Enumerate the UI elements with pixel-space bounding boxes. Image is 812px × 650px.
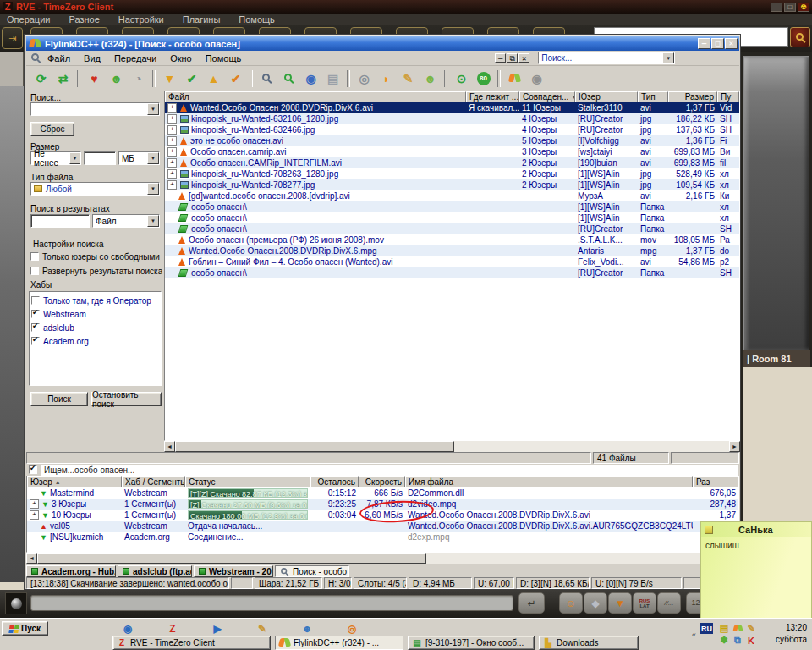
icq-tray-icon[interactable]: ✽ xyxy=(719,635,730,646)
result-row[interactable]: +это не особо опасен.avi5 Юзеры[I]Volfch… xyxy=(165,135,739,146)
search-button[interactable]: Поиск xyxy=(30,392,88,406)
waiting-users-icon[interactable]: ▲ xyxy=(206,70,222,86)
sticky-note-body[interactable]: слышиш xyxy=(701,537,811,554)
filetype-combobox[interactable]: Любой ▼ xyxy=(30,182,160,196)
favorite-users-icon[interactable]: ☻ xyxy=(108,70,124,86)
recent-hubs-icon[interactable]: ◔ xyxy=(130,70,146,86)
result-row[interactable]: +Особо опасен.camrip.avi3 Юзеры[ws]ctaiy… xyxy=(165,146,739,157)
reconnect-icon[interactable]: ⟳ xyxy=(33,70,49,86)
quick-search-combobox[interactable]: Поиск... ▼ xyxy=(538,52,675,64)
expand-icon[interactable]: + xyxy=(30,499,39,509)
search-option[interactable]: Развернуть результаты поиска xyxy=(30,264,162,278)
result-row[interactable]: особо опасен\[1][WS]AlinПапкахл xyxy=(165,212,739,223)
finished-downloads-icon[interactable]: ✔ xyxy=(184,70,200,86)
port-80-icon[interactable]: 80 xyxy=(475,70,491,86)
column-header[interactable]: Размер xyxy=(668,91,717,102)
taskbar-button[interactable]: FlylinkDC++ (r324) - ... xyxy=(275,636,403,650)
taskbar-button[interactable]: ▙Downloads xyxy=(539,636,639,650)
media-player-icon[interactable]: ▶ xyxy=(211,622,224,636)
chevron-down-icon[interactable]: ▼ xyxy=(147,215,159,227)
results-search-input[interactable] xyxy=(30,214,90,228)
taskbar-button[interactable]: ▤[9-310-197] - Окно сооб... xyxy=(408,636,535,650)
pencil-tray-icon[interactable]: ✎ xyxy=(746,623,757,634)
result-row[interactable]: Wanted.Особо Опасен.2008.DVDRip.DivX.6.m… xyxy=(165,245,739,256)
chat-input[interactable] xyxy=(30,595,513,611)
mdi-restore-button[interactable]: ⧉ xyxy=(507,53,518,63)
chevron-down-icon[interactable]: ▼ xyxy=(69,152,80,164)
notepad-icon[interactable]: ▤ xyxy=(325,70,341,86)
mdi-close-button[interactable]: ✕ xyxy=(518,53,529,63)
notes-tray-icon[interactable]: ▤ xyxy=(719,623,730,634)
expand-icon[interactable]: + xyxy=(167,169,177,179)
result-row[interactable]: +kinopoisk_ru-Wanted-708277.jpg2 Юзеры[1… xyxy=(165,179,739,190)
firefox-icon[interactable]: ◎ xyxy=(345,622,359,636)
flylinkdc-titlebar[interactable]: FlylinkDC++ (r324) - [Поиск - особо опас… xyxy=(26,36,739,51)
result-row[interactable]: +Особо опасен.CAMRip_INTERFILM.avi2 Юзер… xyxy=(165,157,739,168)
open-filelist-icon[interactable]: ◎ xyxy=(356,70,372,86)
antivirus-tray-icon[interactable]: K xyxy=(746,635,757,646)
search-spy-icon[interactable]: ◉ xyxy=(303,70,319,86)
result-row[interactable]: +kinopoisk_ru-Wanted-632106_1280.jpg4 Юз… xyxy=(165,113,739,124)
menu-item[interactable]: Операции xyxy=(7,14,50,25)
language-indicator[interactable]: RU xyxy=(700,623,713,634)
tab-hub[interactable]: Academ.org - Hub... xyxy=(26,565,116,577)
checkbox[interactable] xyxy=(31,323,40,332)
menu-item[interactable]: Помощь xyxy=(206,53,242,63)
chevron-down-icon[interactable]: ▼ xyxy=(147,103,159,115)
column-header[interactable]: Юзер xyxy=(575,91,638,102)
expand-icon[interactable]: + xyxy=(167,136,177,146)
smiley-button[interactable]: ☺ xyxy=(559,592,583,614)
hub-list-item[interactable]: Только там, где я Оператор xyxy=(31,294,161,307)
adl-search-icon[interactable] xyxy=(281,70,297,86)
menu-item[interactable]: Разное xyxy=(69,14,99,25)
result-row[interactable]: +kinopoisk_ru-Wanted-632466.jpg4 Юзеры[R… xyxy=(165,124,739,135)
hub-list-item[interactable]: Academ.org xyxy=(31,334,161,348)
result-row[interactable]: Гоблин – Синий Фил – 4. Особо опасен (Wa… xyxy=(165,256,739,267)
mdi-minimize-button[interactable]: – xyxy=(495,53,506,63)
sound-icon[interactable]: ◉ xyxy=(529,70,545,86)
taskbar-button[interactable]: ZRVE - TimeZero Client xyxy=(112,636,271,650)
column-header[interactable]: Имя файла xyxy=(405,476,693,488)
browser-icon[interactable]: ◉ xyxy=(121,622,134,636)
transfer-row[interactable]: ▲val05WebstreamОтдача началась...Wanted.… xyxy=(27,521,738,532)
menu-item[interactable]: Настройки xyxy=(118,14,164,25)
result-row[interactable]: +kinopoisk_ru-Wanted-708263_1280.jpg2 Юз… xyxy=(165,168,739,179)
finished-uploads-icon[interactable]: ✔ xyxy=(228,70,244,86)
column-header[interactable]: Тип xyxy=(638,91,668,102)
expand-icon[interactable]: + xyxy=(167,147,177,157)
menu-item[interactable]: Окно xyxy=(170,53,192,63)
notes-icon[interactable]: ✎ xyxy=(400,70,416,86)
scrollbar-thumb[interactable] xyxy=(37,553,426,564)
clear-chat-button[interactable]: ◆ xyxy=(584,592,607,614)
toolbar-button[interactable]: ⇥ xyxy=(2,27,23,49)
scroll-right-icon[interactable]: ► xyxy=(729,441,740,452)
result-row[interactable]: +Wanted.Особо Опасен 2008.DVDRip.DivX.6.… xyxy=(165,102,739,113)
menu-item[interactable]: Помощь xyxy=(239,14,275,25)
size-value-input[interactable] xyxy=(84,151,116,165)
checkbox[interactable] xyxy=(30,252,39,261)
chevron-down-icon[interactable]: ▼ xyxy=(147,152,159,164)
commands-button[interactable]: //... xyxy=(657,592,681,614)
follow-redirect-icon[interactable]: ⇄ xyxy=(55,70,71,86)
result-row[interactable]: Особо опасен (премьера (РФ) 26 июня 2008… xyxy=(165,234,739,245)
start-button[interactable]: Пуск xyxy=(2,621,48,636)
transfer-row[interactable]: ▼[NSU]kuzmichAcadem.orgСоединение...d2ex… xyxy=(27,532,738,543)
download-queue-icon[interactable]: ▼ xyxy=(162,70,178,86)
ruslat-toggle-button[interactable]: RUS LAT xyxy=(633,592,656,614)
flylink-tray-icon[interactable] xyxy=(733,625,742,632)
menu-item[interactable]: Файл xyxy=(47,53,70,63)
transfer-row[interactable]: +▼3 Юзеры1 Сегмент(ы)[Z] Скачано 27,60 М… xyxy=(27,499,738,510)
search-option[interactable]: Только юзеры со свободными слотам xyxy=(30,250,162,263)
checkbox[interactable] xyxy=(30,267,39,275)
chevron-down-icon[interactable]: ▼ xyxy=(147,183,159,195)
size-mode-combobox[interactable]: Не менее ▼ xyxy=(30,151,81,165)
column-header[interactable]: Совпаден...▼ xyxy=(519,91,575,102)
transfer-row[interactable]: ▼MastermindWebstream[T][Z] Скачано 82,87… xyxy=(27,488,738,499)
checkbox[interactable] xyxy=(31,337,40,345)
messenger-icon[interactable]: ☻ xyxy=(300,622,314,636)
draw-icon[interactable]: ✎ xyxy=(255,622,269,636)
favorite-hubs-icon[interactable]: ♥ xyxy=(86,70,102,86)
transfers-horizontal-scrollbar[interactable]: ◄ ► xyxy=(26,553,739,564)
close-button[interactable]: ✕ xyxy=(725,38,738,49)
tab-hub[interactable]: Webstream - 20 ... xyxy=(194,565,273,577)
